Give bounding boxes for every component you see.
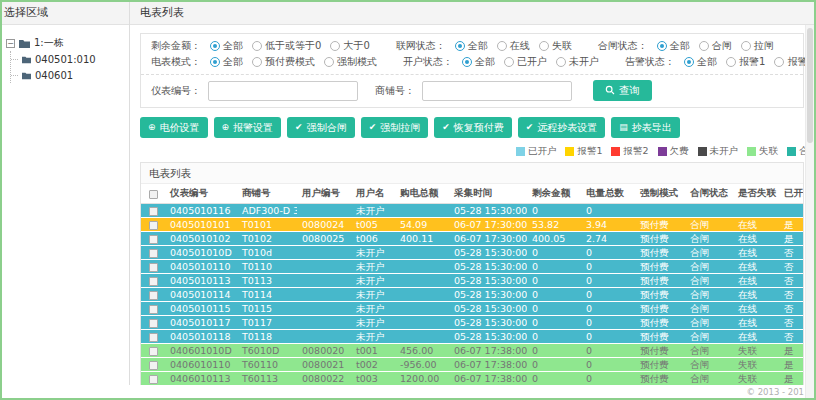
- column-header: 购电总额: [395, 184, 449, 204]
- radio-option[interactable]: 预付费模式: [252, 55, 315, 69]
- row-checkbox[interactable]: [149, 207, 158, 216]
- tree-node[interactable]: 040601: [21, 67, 125, 83]
- radio-option[interactable]: 未开户: [556, 55, 599, 69]
- radio-option[interactable]: 强制模式: [324, 55, 377, 69]
- row-checkbox[interactable]: [149, 361, 158, 370]
- action-button[interactable]: ▤抄表导出: [611, 117, 680, 138]
- table-cell: [297, 274, 351, 288]
- filter-label: 联网状态：: [396, 39, 446, 53]
- row-checkbox[interactable]: [149, 305, 158, 314]
- table-cell: 0: [527, 274, 581, 288]
- row-checkbox[interactable]: [149, 263, 158, 272]
- radio-option[interactable]: 在线: [497, 39, 530, 53]
- radio-option[interactable]: 低于或等于0: [252, 39, 321, 53]
- table-cell: 在线: [733, 246, 779, 260]
- radio-option[interactable]: 全部: [455, 39, 488, 53]
- tree-connector: [11, 75, 18, 76]
- table-cell: 0080022: [297, 372, 351, 386]
- vertical-scrollbar[interactable]: [805, 25, 814, 398]
- action-button[interactable]: ✔强制拉闸: [361, 117, 429, 138]
- table-cell: 否: [779, 302, 803, 316]
- table-cell: t006: [351, 232, 395, 246]
- select-all-checkbox[interactable]: [149, 190, 158, 199]
- table-cell: 05-28 15:30:00: [449, 288, 527, 302]
- table-cell: 0: [581, 372, 635, 386]
- legend-item: 未开户: [698, 145, 739, 158]
- table-cell: 0080021: [297, 358, 351, 372]
- table-cell: 05-28 15:30:00: [449, 302, 527, 316]
- radio-option[interactable]: 报警1: [726, 55, 765, 69]
- radio-option-label: 报警1: [739, 55, 765, 69]
- table-cell: 0: [527, 372, 581, 386]
- radio-option[interactable]: 失联: [539, 39, 572, 53]
- tree-node[interactable]: 040501:010: [21, 51, 125, 67]
- shop-number-input[interactable]: [422, 81, 572, 101]
- row-checkbox[interactable]: [149, 249, 158, 258]
- export-icon: ▤: [619, 123, 628, 132]
- radio-option[interactable]: 全部: [210, 39, 243, 53]
- table-row: 0405010118T0118未开户05-28 15:30:0000预付费合闸在…: [141, 330, 803, 344]
- meter-number-input[interactable]: [208, 81, 358, 101]
- table-cell: 0: [581, 288, 635, 302]
- table-cell: [297, 288, 351, 302]
- folder-icon: [21, 71, 32, 80]
- row-checkbox[interactable]: [149, 375, 158, 384]
- row-checkbox[interactable]: [149, 319, 158, 328]
- table-cell: 预付费: [635, 218, 685, 232]
- table-row: 0406010113T601130080022t0031200.0006-07 …: [141, 372, 803, 386]
- table-cell: 3.94: [581, 218, 635, 232]
- footer: © 2013 - 201: [2, 385, 814, 398]
- table-wrap: 仪表编号商铺号用户编号用户名购电总额采集时间剩余金额电量总数强制模式合闸状态是否…: [141, 184, 803, 385]
- radio-option[interactable]: 全部: [657, 39, 690, 53]
- tree-node-label: 040501:010: [35, 54, 96, 65]
- radio-option[interactable]: 合闸: [699, 39, 732, 53]
- table-cell: T0114: [237, 288, 297, 302]
- radio-option[interactable]: 全部: [462, 55, 495, 69]
- action-button[interactable]: ✔恢复预付费: [434, 117, 512, 138]
- row-checkbox[interactable]: [149, 333, 158, 342]
- action-button[interactable]: ✔远程抄表设置: [518, 117, 606, 138]
- row-checkbox[interactable]: [149, 291, 158, 300]
- tree-root-node[interactable]: − 1:一栋: [6, 35, 125, 51]
- table-cell: 失联: [733, 344, 779, 358]
- table-cell: 456.00: [395, 344, 449, 358]
- row-checkbox[interactable]: [149, 235, 158, 244]
- table-cell: 预付费: [635, 358, 685, 372]
- sidebar: 选择区域 − 1:一栋 040501:010040601: [2, 2, 130, 385]
- legend-swatch: [747, 147, 756, 156]
- table-cell: [297, 260, 351, 274]
- legend-label: 失联: [759, 145, 778, 158]
- query-button[interactable]: 查询: [593, 80, 652, 101]
- table-cell: 05-28 15:30:00: [449, 246, 527, 260]
- radio-option[interactable]: 全部: [684, 55, 717, 69]
- row-checkbox[interactable]: [149, 347, 158, 356]
- radio-option[interactable]: 全部: [210, 55, 243, 69]
- action-button[interactable]: ✔强制合闸: [287, 117, 355, 138]
- table-cell: [395, 330, 449, 344]
- collapse-icon[interactable]: −: [6, 39, 15, 48]
- action-button[interactable]: ⊕电价设置: [140, 117, 208, 138]
- table-cell: 是: [779, 358, 803, 372]
- table-cell: 0: [527, 358, 581, 372]
- radio-option[interactable]: 大于0: [330, 39, 369, 53]
- region-tree: − 1:一栋 040501:010040601: [2, 25, 129, 385]
- table-cell: 是: [779, 218, 803, 232]
- action-button[interactable]: ⊕报警设置: [214, 117, 282, 138]
- radio-option-label: 全部: [468, 39, 488, 53]
- table-cell: 0080025: [297, 232, 351, 246]
- row-checkbox[interactable]: [149, 277, 158, 286]
- filter-group: 电表模式：全部预付费模式强制模式: [151, 55, 377, 69]
- column-header: 是否失联: [733, 184, 779, 204]
- column-header: 仪表编号: [165, 184, 237, 204]
- table-cell: [395, 246, 449, 260]
- table-cell: 0: [527, 330, 581, 344]
- scrollbar-thumb[interactable]: [807, 28, 813, 143]
- table-cell: 0405010113: [165, 274, 237, 288]
- table-cell: [395, 204, 449, 218]
- radio-indicator: [210, 57, 220, 67]
- row-checkbox[interactable]: [149, 221, 158, 230]
- radio-option[interactable]: 已开户: [504, 55, 547, 69]
- radio-option[interactable]: 拉闸: [741, 39, 774, 53]
- table-cell: [395, 274, 449, 288]
- table-row: 040601010DT6010D0080020t001456.0006-07 1…: [141, 344, 803, 358]
